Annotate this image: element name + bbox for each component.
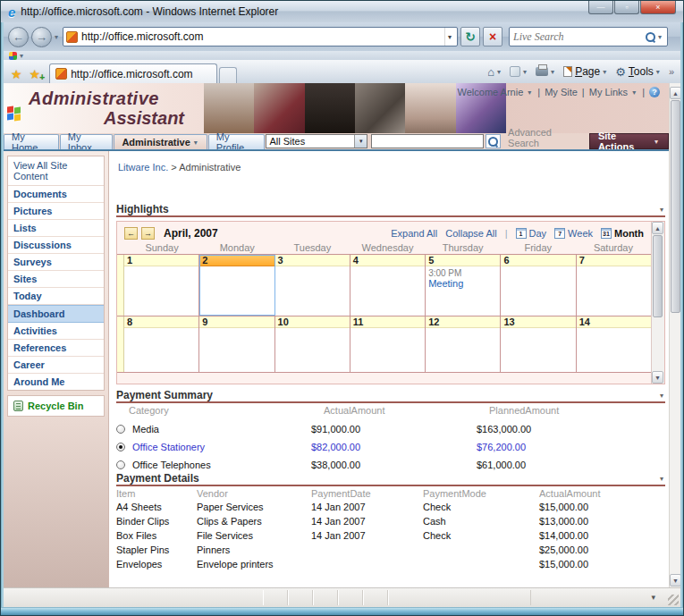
favorites-center-icon[interactable]: ★ — [7, 65, 26, 83]
calendar-day-8[interactable]: 8 — [124, 316, 199, 372]
help-icon[interactable]: ? — [649, 87, 660, 97]
tab-my-home[interactable]: My Home — [4, 134, 59, 149]
page-menu[interactable]: Page▾ — [561, 62, 611, 81]
toolbar-overflow-icon[interactable]: » — [666, 66, 677, 77]
browser-tab[interactable]: http://office.microsoft.com — [49, 63, 217, 83]
calendar-day-12[interactable]: 12 — [426, 316, 501, 372]
site-actions-button[interactable]: Site Actions ▾ — [589, 133, 669, 149]
webpart-menu-icon[interactable]: ▾ — [660, 392, 663, 400]
resize-grip[interactable] — [668, 595, 679, 605]
calendar-scrollbar[interactable]: ▲ ▼ — [651, 222, 664, 384]
calendar-day-3[interactable]: 3 — [275, 255, 350, 316]
feeds-button[interactable]: ▾ — [507, 62, 531, 81]
tab-administrative[interactable]: Administrative ▾ — [114, 134, 207, 149]
welcome-menu[interactable]: Welcome Arnie — [458, 87, 524, 97]
week-selector[interactable] — [117, 255, 124, 316]
sidebar-item-dashboard[interactable]: Dashboard — [8, 305, 104, 323]
calendar-day-11[interactable]: 11 — [350, 316, 426, 372]
home-button[interactable]: ⌂▾ — [485, 62, 505, 81]
new-tab-stub[interactable] — [219, 67, 237, 83]
payment-summary-header: Payment Summary ▾ — [116, 389, 665, 403]
page-scroll-thumb[interactable] — [671, 100, 680, 313]
calendar-day-1[interactable]: 1 — [124, 255, 199, 316]
sidebar-item-career[interactable]: Career — [8, 357, 104, 374]
minimize-button[interactable]: — — [588, 1, 613, 14]
stop-button[interactable]: × — [483, 27, 502, 46]
sidebar-item-sites[interactable]: Sites — [8, 271, 104, 288]
my-site-link[interactable]: My Site — [545, 87, 578, 97]
sidebar-item-pictures[interactable]: Pictures — [8, 203, 104, 220]
combo-dropdown-icon[interactable]: ▾ — [354, 135, 367, 148]
my-links-menu[interactable]: My Links — [589, 87, 628, 97]
scroll-up-icon[interactable]: ▲ — [670, 87, 680, 99]
breadcrumb-site-link[interactable]: Litware Inc. — [118, 162, 168, 173]
search-icon[interactable] — [646, 32, 655, 42]
site-tab-row: My Home My Inbox Administrative ▾ My Pro… — [4, 133, 669, 149]
sidebar-item-around-me[interactable]: Around Me — [8, 374, 104, 390]
calendar-prev-button[interactable]: ← — [124, 227, 138, 240]
print-button[interactable]: ▾ — [533, 62, 559, 81]
collapse-all-link[interactable]: Collapse All — [445, 228, 496, 239]
sidebar-item-activities[interactable]: Activities — [8, 323, 104, 340]
calendar-day-5[interactable]: 5 3:00 PM Meeting — [426, 255, 501, 316]
sidebar-item-discussions[interactable]: Discussions — [8, 237, 104, 254]
event-link[interactable]: Meeting — [428, 278, 497, 289]
address-dropdown-icon[interactable]: ▾ — [444, 28, 454, 46]
calendar-day-13[interactable]: 13 — [501, 316, 576, 372]
maximize-button[interactable]: ▫ — [614, 1, 639, 14]
calendar-day-10[interactable]: 10 — [275, 316, 350, 372]
live-search-input[interactable] — [513, 30, 643, 44]
recycle-bin-link[interactable]: Recycle Bin — [7, 395, 105, 417]
stop-icon: × — [489, 30, 496, 44]
calendar-scroll-thumb[interactable] — [653, 235, 663, 317]
advanced-search-link[interactable]: Advanced Search — [501, 127, 589, 149]
tab-my-inbox[interactable]: My Inbox — [60, 134, 114, 149]
address-bar[interactable]: http://office.microsoft.com ▾ — [63, 27, 458, 46]
calendar-next-button[interactable]: → — [141, 227, 155, 240]
forward-button[interactable]: → — [31, 27, 52, 47]
search-dropdown-icon[interactable]: ▾ — [658, 33, 662, 41]
history-dropdown-icon[interactable]: ▾ — [55, 33, 58, 41]
calendar-day-7[interactable]: 7 — [577, 255, 651, 316]
back-button[interactable]: ← — [8, 27, 29, 47]
sidebar-item-references[interactable]: References — [8, 340, 104, 357]
summary-row-media: Media $91,000.00 $163,000.00 — [116, 420, 660, 438]
calendar-day-14[interactable]: 14 — [577, 316, 651, 372]
page-scrollbar[interactable]: ▲ ▼ — [669, 83, 680, 587]
radio-media[interactable] — [116, 425, 125, 434]
sidebar-item-today[interactable]: Today — [8, 288, 104, 305]
sidebar-item-lists[interactable]: Lists — [8, 220, 104, 237]
week-selector[interactable] — [117, 316, 124, 372]
refresh-button[interactable]: ↻ — [460, 27, 480, 46]
view-week-button[interactable]: 7Week — [554, 228, 593, 239]
tab-my-profile[interactable]: My Profile — [208, 134, 266, 149]
site-search-go-button[interactable] — [486, 134, 501, 148]
expand-all-link[interactable]: Expand All — [391, 228, 437, 239]
live-search-box[interactable]: ▾ — [509, 27, 668, 46]
quick-menu-dropdown-icon[interactable]: ▾ — [20, 52, 23, 60]
site-search-input[interactable] — [371, 134, 484, 148]
webpart-menu-icon[interactable]: ▾ — [660, 206, 663, 214]
address-url[interactable]: http://office.microsoft.com — [81, 30, 441, 43]
calendar-day-6[interactable]: 6 — [501, 255, 576, 316]
view-month-button[interactable]: 31Month — [601, 228, 644, 239]
zoom-dropdown-icon[interactable]: ▾ — [651, 593, 655, 602]
search-scope-select[interactable]: All Sites ▾ — [266, 134, 367, 148]
webpart-menu-icon[interactable]: ▾ — [660, 475, 663, 483]
scroll-up-icon[interactable]: ▲ — [652, 222, 663, 234]
sidebar-item-documents[interactable]: Documents — [8, 186, 104, 203]
calendar-day-9[interactable]: 9 — [199, 316, 274, 372]
radio-office-telephones[interactable] — [116, 460, 125, 469]
calendar-day-4[interactable]: 4 — [350, 255, 426, 316]
scroll-down-icon[interactable]: ▼ — [670, 574, 680, 586]
tools-menu[interactable]: ⚙Tools▾ — [612, 62, 664, 81]
calendar-day-2-today[interactable]: 2 — [199, 255, 274, 316]
radio-office-stationery[interactable] — [116, 443, 125, 451]
view-all-site-content-link[interactable]: View All Site Content — [8, 156, 104, 186]
close-button[interactable]: × — [640, 1, 676, 14]
add-favorite-icon[interactable]: ★+ — [26, 65, 45, 83]
quick-menu-icon[interactable] — [9, 52, 17, 60]
view-day-button[interactable]: 1Day — [516, 228, 547, 239]
sidebar-item-surveys[interactable]: Surveys — [8, 254, 104, 271]
scroll-down-icon[interactable]: ▼ — [652, 371, 663, 384]
